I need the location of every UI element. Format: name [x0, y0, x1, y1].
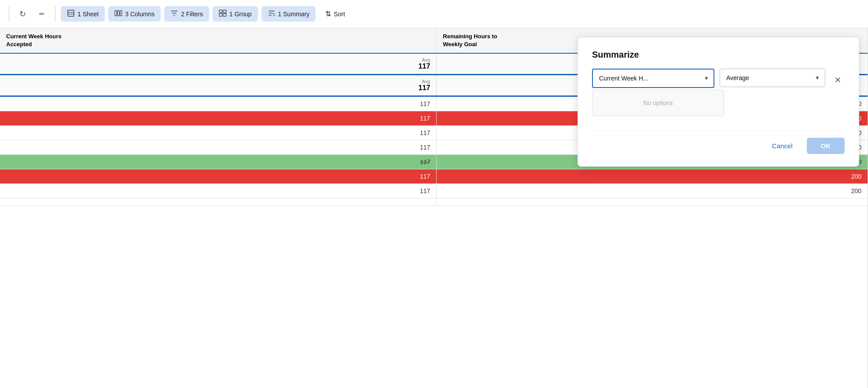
- sheet-button[interactable]: 1 Sheet: [61, 6, 105, 22]
- svg-rect-0: [68, 10, 74, 16]
- sort-label: Sort: [334, 11, 345, 18]
- avg-label-1: Avg: [6, 57, 430, 62]
- cell-6-1: 117: [0, 169, 437, 184]
- sheet-icon: [67, 9, 75, 18]
- table-row: 117 200: [0, 169, 868, 184]
- sheet-label: 1 Sheet: [77, 11, 99, 18]
- svg-rect-6: [219, 10, 222, 13]
- avg-value-2: 117: [419, 84, 430, 92]
- sort-button[interactable]: ⇅ Sort: [319, 7, 351, 21]
- field-select[interactable]: Current Week H...: [592, 69, 714, 88]
- avg-value-1: 117: [419, 62, 430, 70]
- filters-button[interactable]: 2 Filters: [164, 6, 209, 22]
- toolbar: ↻ ✏ 1 Sheet 3 Columns 2 Filter: [0, 0, 868, 28]
- cell-6-2: 200: [437, 169, 868, 184]
- columns-icon: [114, 9, 122, 18]
- summary-icon: Σ: [268, 9, 276, 18]
- filters-label: 2 Filters: [181, 11, 203, 18]
- cell-4-1: 117: [0, 140, 437, 155]
- summarize-title: Summarize: [592, 50, 845, 60]
- remove-summary-button[interactable]: ✕: [831, 73, 845, 87]
- cell-2-1: 117: [0, 111, 437, 126]
- summarize-controls-row: Current Week H... ▼ Average Sum Min Max …: [592, 69, 845, 88]
- svg-rect-8: [219, 14, 222, 16]
- svg-rect-3: [115, 11, 117, 16]
- summarize-panel: Summarize Current Week H... ▼ Average Su…: [577, 37, 859, 167]
- aggregation-select-wrapper: Average Sum Min Max Count ▼: [720, 69, 825, 87]
- columns-label: 3 Columns: [125, 11, 154, 18]
- field-select-wrapper: Current Week H... ▼: [592, 69, 714, 88]
- group-button[interactable]: 1 Group: [213, 6, 258, 22]
- svg-rect-9: [223, 14, 226, 16]
- cancel-button[interactable]: Cancel: [765, 139, 800, 153]
- sort-icon: ⇅: [325, 10, 331, 18]
- cell-1-1: 117: [0, 96, 437, 111]
- cell-3-1: 117: [0, 126, 437, 140]
- svg-text:Σ: Σ: [273, 12, 276, 17]
- avg-cell-3: Avg 117: [0, 75, 437, 96]
- cell-7-2: 200: [437, 184, 868, 198]
- main-area: Current Week HoursAccepted Remaining Hou…: [0, 28, 868, 388]
- toolbar-divider-2: [55, 6, 55, 22]
- no-options-text: No options: [644, 99, 673, 106]
- filter-icon: [170, 9, 178, 18]
- svg-rect-5: [120, 11, 122, 16]
- svg-rect-7: [223, 10, 226, 13]
- avg-label-2: Avg: [6, 79, 430, 84]
- group-icon: [219, 9, 227, 18]
- columns-button[interactable]: 3 Columns: [108, 6, 161, 22]
- group-label: 1 Group: [229, 11, 252, 18]
- aggregation-select[interactable]: Average Sum Min Max Count: [720, 69, 825, 87]
- summary-button[interactable]: Σ 1 Summary: [261, 6, 316, 22]
- summarize-footer: Cancel OK: [592, 130, 845, 154]
- cell-7-1: 117: [0, 184, 437, 198]
- table-row: 117 200: [0, 184, 868, 198]
- ok-button[interactable]: OK: [807, 138, 845, 154]
- table-row: [0, 198, 868, 206]
- toolbar-divider-1: [9, 6, 9, 22]
- summary-label: 1 Summary: [278, 11, 310, 18]
- refresh-button[interactable]: ↻: [15, 6, 30, 22]
- col-header-1: Current Week HoursAccepted: [0, 28, 437, 53]
- pencil-button[interactable]: ✏: [34, 6, 50, 22]
- cell-5-1: 117: [0, 155, 437, 169]
- cell-8-1: [0, 198, 437, 206]
- dropdown-options-panel: No options: [592, 90, 724, 116]
- cell-8-2: [437, 198, 868, 206]
- svg-rect-4: [118, 11, 119, 16]
- avg-cell-1: Avg 117: [0, 53, 437, 75]
